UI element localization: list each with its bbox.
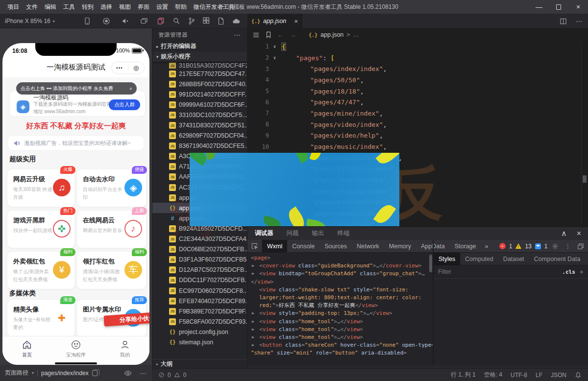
join-group-button[interactable]: 点击入群 xyxy=(109,99,140,110)
file-item[interactable]: JSD0C06BE2027D5DCFB... xyxy=(152,244,247,255)
debugger-tab-终端[interactable]: 终端 xyxy=(338,229,350,238)
wxml-node[interactable]: </view> xyxy=(247,278,433,286)
indentation[interactable]: 空格: 4 xyxy=(484,371,502,379)
tab-close-icon[interactable]: × xyxy=(294,18,298,25)
file-item[interactable]: JS09999A61027D5DCF6F... xyxy=(152,99,247,110)
copy-path-icon[interactable] xyxy=(92,370,98,376)
close-icon[interactable]: × xyxy=(577,229,581,238)
file-item[interactable]: {}project.config.json xyxy=(152,327,247,337)
chevron-down-icon[interactable]: ▾ xyxy=(32,371,34,375)
wxml-node[interactable]: larger;font-weight: 800;text-align: cent… xyxy=(247,294,433,302)
expand-arrow-icon[interactable]: ▶ xyxy=(252,333,254,341)
menu-item[interactable]: 视图 xyxy=(117,3,133,11)
expand-arrow-icon[interactable]: ▶ xyxy=(252,310,254,317)
encoding[interactable]: UTF-8 xyxy=(511,372,527,379)
wxml-node[interactable]: "share" size="mini" role="button" aria-d… xyxy=(247,349,433,357)
wxml-node[interactable]: ▶<view class="home_tool">…</view> xyxy=(247,318,433,326)
tool-card[interactable]: 上新在线网易云网易云官方听音乐♪ xyxy=(77,211,146,248)
tabs-overflow-icon[interactable]: » xyxy=(585,256,588,262)
menu-item[interactable]: 工具 xyxy=(61,3,77,11)
file-item[interactable]: JS629809F7027D5DCF04... xyxy=(152,131,247,141)
more-actions-icon[interactable]: ⋯ xyxy=(576,17,583,25)
forward-icon[interactable]: → xyxy=(290,31,296,39)
inspect-element-icon[interactable] xyxy=(247,240,262,253)
wxml-scrollbar-thumb[interactable] xyxy=(429,255,432,272)
editor-tab-appjson[interactable]: {.} app.json × xyxy=(247,14,302,28)
tool-card[interactable]: 福利外卖领红包饿了么/美团外卖 红包天天免费领¥ xyxy=(7,252,74,289)
menu-item[interactable]: 界面 xyxy=(135,3,152,11)
devtools-tab-memory[interactable]: Memory xyxy=(384,240,416,253)
menu-item[interactable]: 项目 xyxy=(5,3,22,11)
close-button[interactable]: × xyxy=(568,0,588,14)
wxml-node[interactable]: ▶<cover-view class="guideBackground">…</… xyxy=(247,262,433,270)
tabbar-item[interactable]: 我的 xyxy=(100,336,149,361)
mute-speaker-icon[interactable] xyxy=(122,17,129,25)
split-editor-icon[interactable] xyxy=(560,18,567,25)
warnings-icon[interactable] xyxy=(174,372,180,378)
tool-card[interactable]: 海量精美头像头像大全~有你想要的✚ xyxy=(7,300,74,337)
eol-type[interactable]: LF xyxy=(536,372,542,379)
back-icon[interactable]: ← xyxy=(277,31,284,39)
file-item[interactable]: {}sitemap.json xyxy=(152,337,247,347)
wxml-tree[interactable]: <page>▶<cover-view class="guideBackgroun… xyxy=(247,253,433,365)
file-item[interactable]: JS268BB5F0027D5DCF40... xyxy=(152,79,247,89)
bell-icon[interactable] xyxy=(575,372,582,379)
bookmark-icon[interactable] xyxy=(265,31,272,38)
menu-item[interactable]: 选择 xyxy=(98,3,115,11)
file-item[interactable]: JS83671904027D5DCFE5... xyxy=(152,141,247,151)
section-project[interactable]: ▾ 娱乐小程序 xyxy=(152,51,247,62)
expand-arrow-icon[interactable]: ▶ xyxy=(252,318,254,326)
phone-icon[interactable] xyxy=(83,17,91,25)
capsule-more-icon[interactable]: ••• xyxy=(112,66,128,71)
devtools-tab-wxml[interactable]: Wxml xyxy=(262,240,287,253)
file-item[interactable]: JS991D0214027D5DCFFF... xyxy=(152,89,247,99)
file-item[interactable]: JSEFE87404027D5DCF89... xyxy=(152,296,247,306)
menu-item[interactable]: 编辑 xyxy=(42,3,59,11)
capsule-exit-icon[interactable]: ◎ xyxy=(128,64,145,71)
expand-arrow-icon[interactable]: ▶ xyxy=(252,326,254,333)
extensions-icon[interactable] xyxy=(202,17,210,25)
errors-count[interactable]: 0 xyxy=(168,372,171,379)
file-page-icon[interactable] xyxy=(217,17,225,25)
devtools-tab-sources[interactable]: Sources xyxy=(319,240,352,253)
gear-icon[interactable] xyxy=(552,243,559,250)
expand-arrow-icon[interactable]: ▶ xyxy=(252,341,254,349)
cursor-position[interactable]: 行 1, 列 1 xyxy=(451,371,476,379)
warnings-count[interactable]: 0 xyxy=(183,372,187,379)
menu-item[interactable]: 文件 xyxy=(24,3,40,11)
section-outline[interactable]: ▸ 大纲 xyxy=(152,359,247,368)
cls-toggle[interactable]: .cls xyxy=(562,269,575,275)
wxml-node[interactable]: ▶<view style="padding-top: 13px;">…</vie… xyxy=(247,310,433,317)
more-icon[interactable]: ⋯ xyxy=(140,369,147,377)
appdata-cloud-icon[interactable] xyxy=(232,17,240,25)
wxml-node[interactable]: red;">好东西 不私藏 分享好友一起爽</view> xyxy=(247,302,433,310)
page-path-label[interactable]: 页面路径 xyxy=(5,369,28,377)
devtools-tab-console[interactable]: Console xyxy=(287,240,319,253)
debugger-tab-输出[interactable]: 输出 xyxy=(312,229,324,238)
breadcrumb[interactable]: {.} app.json > … xyxy=(309,31,359,38)
debugger-tab-调试器[interactable]: 调试器 xyxy=(255,229,273,238)
styles-tab[interactable]: Component Data xyxy=(529,253,586,265)
file-item[interactable]: JSD3F1A3F6027D5DCFB5... xyxy=(152,255,247,265)
devtools-tab-storage[interactable]: Storage xyxy=(450,240,481,253)
styles-tab[interactable]: Styles xyxy=(434,253,460,265)
file-item[interactable]: JS31B015A3027D5DCF4F2… xyxy=(152,63,247,69)
float-window-icon[interactable] xyxy=(140,17,148,25)
tool-card[interactable]: 火爆网易云升级每天300首歌 快速升级♫ xyxy=(7,169,74,207)
file-item[interactable]: JSD12AB7C5027D5DCFB... xyxy=(152,265,247,275)
file-item[interactable]: JS37431D83027D5DCF51... xyxy=(152,120,247,130)
fold-icon[interactable]: ∨ xyxy=(270,44,279,49)
wxml-node[interactable]: ▶<view bindtap="toGroupChatAdd" class="g… xyxy=(247,270,433,278)
file-item[interactable]: JSDDDC11F7027D5DCFB... xyxy=(152,275,247,286)
tabs-overflow-icon[interactable]: » xyxy=(481,243,492,250)
file-item[interactable]: JS217E5E77027D5DCF47... xyxy=(152,69,247,79)
search-icon[interactable] xyxy=(172,17,180,25)
devtools-tab-network[interactable]: Network xyxy=(352,240,384,253)
tabbar-item[interactable]: 首页 xyxy=(2,336,51,361)
expand-arrow-icon[interactable]: ▶ xyxy=(252,262,254,270)
tool-card[interactable]: 福利领打车红包滴滴/花小猪/高德 红包天天免费领车 xyxy=(77,252,146,289)
expand-arrow-icon[interactable]: ▶ xyxy=(252,270,254,278)
debugger-tab-问题[interactable]: 问题 xyxy=(287,229,299,238)
console-badges[interactable]: × 1 ! 13 1 xyxy=(499,243,548,250)
file-item[interactable]: JSEC997D06027D5DCF8... xyxy=(152,286,247,296)
